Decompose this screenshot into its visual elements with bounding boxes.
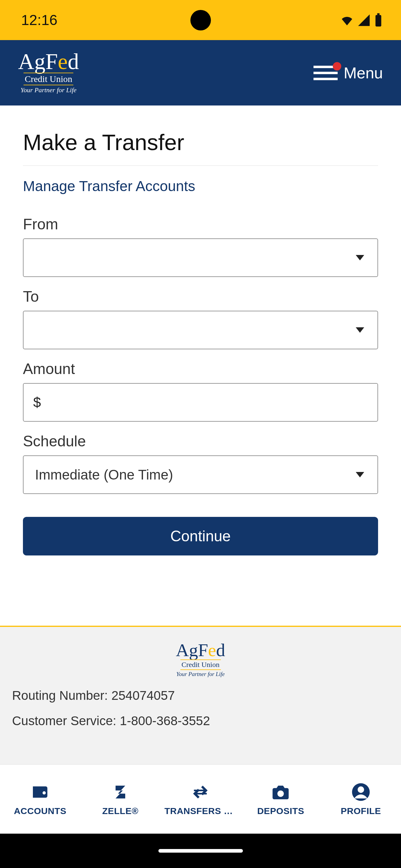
zelle-icon [111,782,130,803]
schedule-label: Schedule [23,433,378,450]
transfer-icon [191,782,210,803]
schedule-select[interactable]: Immediate (One Time) [23,456,378,494]
nav-transfers[interactable]: TRANSFERS & … [161,765,241,834]
footer-logo-main: AgFed [176,642,225,658]
status-time: 12:16 [21,12,57,28]
app-header: AgFed Credit Union Your Partner for Life… [0,40,401,105]
signal-icon [357,13,371,27]
nav-accounts-label: ACCOUNTS [14,806,66,816]
profile-icon [351,782,371,803]
currency-prefix: $ [33,394,41,410]
battery-icon [374,13,383,27]
footer-info: AgFed Credit Union Your Partner for Life… [0,626,401,764]
nav-transfers-label: TRANSFERS & … [165,806,236,816]
from-select[interactable] [23,239,378,277]
gesture-bar [0,834,401,868]
from-label: From [23,216,378,233]
svg-rect-1 [377,13,379,15]
wallet-icon [30,782,50,803]
camera-icon [271,782,290,803]
footer-logo: AgFed Credit Union Your Partner for Life [12,642,389,678]
logo-tagline: Your Partner for Life [21,86,77,94]
menu-label: Menu [344,64,383,82]
status-bar: 12:16 [0,0,401,40]
footer-logo-tag: Your Partner for Life [176,671,225,678]
chevron-down-icon [356,472,364,477]
manage-transfer-accounts-link[interactable]: Manage Transfer Accounts [23,178,378,194]
app-viewport: 12:16 AgFed Credit Union Your Partner fo… [0,0,401,868]
continue-button[interactable]: Continue [23,517,378,555]
routing-number: Routing Number: 254074057 [12,688,389,703]
schedule-field: Schedule Immediate (One Time) [23,433,378,494]
menu-button[interactable]: Menu [314,64,383,82]
amount-label: Amount [23,360,378,378]
page-title: Make a Transfer [23,130,378,155]
to-select[interactable] [23,311,378,349]
chevron-down-icon [356,327,364,333]
home-indicator[interactable] [159,849,243,852]
svg-point-3 [357,786,364,793]
to-field: To [23,288,378,349]
logo-sub-text: Credit Union [24,73,74,85]
customer-service: Customer Service: 1-800-368-3552 [12,714,389,728]
amount-field: Amount $ [23,360,378,422]
svg-rect-0 [375,15,381,26]
nav-profile[interactable]: PROFILE [321,765,401,834]
wifi-icon [340,13,354,27]
footer-logo-sub: Credit Union [180,659,221,670]
from-field: From [23,216,378,277]
nav-zelle[interactable]: ZELLE® [80,765,161,834]
to-label: To [23,288,378,305]
nav-accounts[interactable]: ACCOUNTS [0,765,80,834]
nav-profile-label: PROFILE [341,806,381,816]
nav-zelle-label: ZELLE® [102,806,139,816]
page-content: Make a Transfer Manage Transfer Accounts… [0,105,401,601]
nav-deposits-label: DEPOSITS [257,806,304,816]
header-logo: AgFed Credit Union Your Partner for Life [18,52,79,94]
schedule-value: Immediate (One Time) [35,467,173,483]
notification-dot-icon [333,62,341,70]
bottom-nav: ACCOUNTS ZELLE® TRANSFERS & … DEPOSITS P… [0,764,401,834]
amount-input[interactable] [23,383,378,422]
hamburger-icon [314,66,338,80]
logo-main-text: AgFed [18,52,79,72]
camera-cutout [191,10,211,30]
nav-deposits[interactable]: DEPOSITS [240,765,321,834]
status-icons [340,13,383,27]
divider [23,165,378,166]
chevron-down-icon [356,255,364,260]
